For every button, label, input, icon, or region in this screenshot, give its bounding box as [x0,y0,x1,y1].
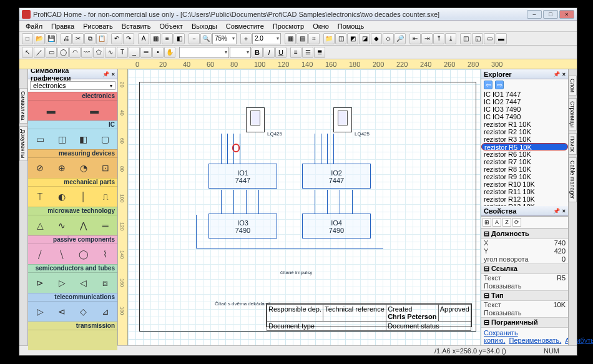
right-tab[interactable]: Страницы [569,98,577,130]
symbol-icon[interactable]: ◯ [76,248,91,260]
explorer-item[interactable]: IC IO3 7490 [481,106,568,113]
fontsize-combo[interactable] [230,47,251,58]
ic-block[interactable]: IO17447 [208,164,277,189]
pin-icon[interactable]: 📌 [553,71,560,77]
category-header[interactable]: measuring devices [28,149,117,158]
junction-tool[interactable]: • [152,47,164,58]
explorer-item[interactable]: rezistor R7 10K [481,158,568,165]
text-style-button[interactable]: A [138,33,149,44]
ellipse-tool[interactable]: ◯ [57,47,69,58]
symbol-icon[interactable]: ⊲ [54,305,69,318]
left-tab[interactable]: Документы [19,126,27,161]
symbol-icon[interactable]: ⋀ [76,219,91,232]
redo-button[interactable]: ↷ [123,33,134,44]
linestyle-button[interactable]: ≡ [162,33,173,44]
back-button[interactable]: ▬ [496,33,507,44]
close-panel-icon[interactable]: × [112,71,115,77]
prop-group[interactable]: ⊟ Ссылка [481,263,568,274]
symbol-icon[interactable]: ◫ [54,133,69,145]
nav-next-icon[interactable]: ⇨ [495,81,504,89]
explorer-item[interactable]: rezistor R5 10K [481,143,568,150]
explorer-item[interactable]: rezistor R9 10K [481,173,568,180]
pin-icon[interactable]: 📌 [102,71,109,77]
symbol-icon[interactable]: ◇ [76,305,91,318]
symbol-icon[interactable]: ⧹ [54,248,69,260]
explorer-list[interactable]: IC IO1 7447IC IO2 7447IC IO3 7490IC IO4 … [481,91,568,206]
explorer-item[interactable]: rezistor R12 10K [481,195,568,203]
wire-tool[interactable]: ⎯ [129,47,140,58]
prop-value[interactable] [534,282,566,290]
find-button[interactable]: 🔎 [395,33,406,44]
symbol-icon[interactable]: ▷ [54,277,69,289]
symbol-icon[interactable]: ▢ [98,133,113,145]
symbol-icon[interactable]: ═ [98,219,113,232]
zoom-out-button[interactable]: － [189,33,200,44]
polygon-tool[interactable]: ⬠ [93,47,104,58]
symbol-icon[interactable]: ⟙ [32,190,47,203]
layers-button[interactable]: ▤ [296,33,308,44]
symbol-icon[interactable] [54,334,69,347]
align-b-button[interactable]: ⤓ [445,33,456,44]
category-header[interactable]: mechanical parts [28,178,117,187]
category-header[interactable]: semiconductors and tubes [28,264,117,273]
library-select[interactable]: electronics [30,81,115,90]
align-center-text[interactable]: ☰ [302,47,313,58]
align-l-button[interactable]: ⇤ [409,33,421,44]
props-tool[interactable]: A [493,218,501,227]
menu-Просмотр[interactable]: Просмотр [269,22,308,31]
explorer-item[interactable]: rezistor R11 10K [481,188,568,195]
print-button[interactable]: 🖨 [61,33,72,44]
menu-Рисовать[interactable]: Рисовать [79,22,117,31]
ic-block[interactable]: IO47490 [302,214,371,239]
scale-combo[interactable]: 2.0 [252,33,281,44]
align-right-text[interactable]: ≣ [314,47,325,58]
parts-button[interactable]: ◪ [359,33,370,44]
symbol-icon[interactable]: ▬ [44,104,59,117]
ic-block[interactable]: IO27447 [302,164,371,189]
symbol-icon[interactable]: ⊕ [54,162,69,174]
symbol-icon[interactable]: ⊡ [98,162,113,174]
right-tab[interactable]: Поиск [569,133,577,155]
maximize-button[interactable]: □ [543,10,558,19]
ic-block[interactable]: IO37490 [208,214,277,239]
ungroup-button[interactable]: ◱ [472,33,483,44]
color-button[interactable]: ◧ [174,33,185,44]
undo-button[interactable]: ↶ [111,33,122,44]
library-button[interactable]: ◩ [347,33,358,44]
category-header[interactable]: electronics [28,92,117,101]
symbol-icon[interactable]: ◁ [76,277,91,289]
explorer-item[interactable]: rezistor R6 10K [481,150,568,158]
symbol-icon[interactable]: ▭ [32,133,47,145]
left-tab[interactable]: Символика [19,88,27,124]
symbol-icon[interactable] [98,334,113,347]
menu-Файл[interactable]: Файл [22,22,46,31]
symbol-icon[interactable]: ▬ [87,104,102,117]
right-tab[interactable]: Слои [569,76,577,96]
group-button[interactable]: ◫ [460,33,471,44]
category-header[interactable]: microwave technology [28,207,117,215]
symbol-icon[interactable]: │ [76,190,91,203]
line-tool[interactable]: ／ [34,47,45,58]
menu-Объект[interactable]: Объект [155,22,186,31]
explorer-item[interactable]: rezistor R2 10K [481,128,568,135]
props-tool[interactable]: ⟳ [512,218,521,227]
minimize-button[interactable]: – [527,10,542,19]
zoom-in-button[interactable]: ＋ [240,33,252,44]
seven-segment-display[interactable] [333,107,352,132]
select-tool[interactable]: ↖ [22,47,33,58]
rect-tool[interactable]: ▭ [46,47,57,58]
symbols-button[interactable]: ◫ [335,33,346,44]
misc1-button[interactable]: ◆ [371,33,382,44]
prop-link[interactable]: Переименовать, [509,337,561,344]
category-header[interactable]: transmission [28,322,117,330]
symbol-icon[interactable]: ◧ [76,133,91,145]
prop-value[interactable]: 10K [534,301,566,309]
prop-value[interactable]: R5 [534,274,566,282]
symbol-icon[interactable]: ⊿ [98,305,113,318]
arc-tool[interactable]: ◠ [69,47,81,58]
align-r-button[interactable]: ⇥ [421,33,433,44]
fill-button[interactable]: ▦ [150,33,161,44]
category-header[interactable]: IC [28,121,117,129]
explorer-item[interactable]: rezistor R1 10K [481,121,568,128]
symbol-icon[interactable]: ◐ [54,190,69,203]
